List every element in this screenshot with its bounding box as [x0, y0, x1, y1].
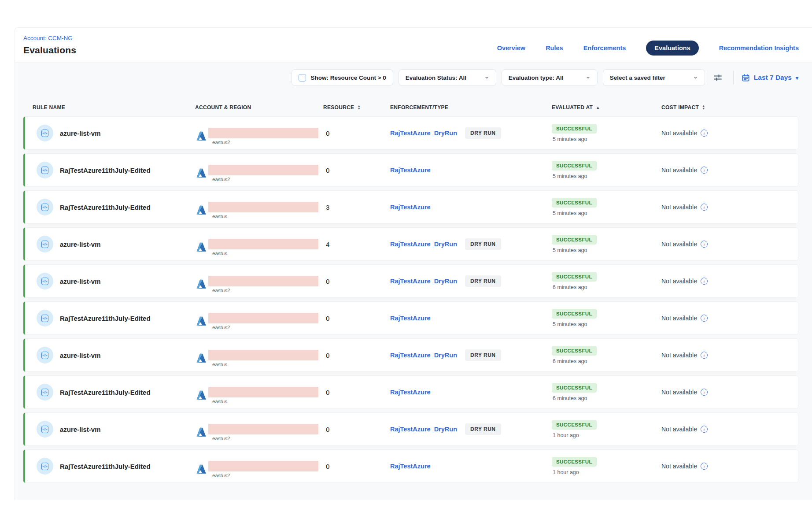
status-badge: SUCCESSFUL — [552, 161, 597, 171]
saved-filter-dropdown[interactable]: Select a saved filter ⌄ — [603, 69, 705, 86]
rule-code-icon: </> — [37, 199, 53, 215]
sort-icon[interactable]: ▲▼ — [357, 105, 361, 110]
resource-count-checkbox[interactable] — [299, 74, 306, 82]
resource-count: 0 — [326, 352, 329, 359]
cost-impact-value: Not available — [661, 278, 697, 285]
status-badge: SUCCESSFUL — [552, 420, 597, 430]
column-label: EVALUATED AT — [552, 104, 593, 111]
enforcement-link[interactable]: RajTestAzure — [390, 204, 431, 211]
cost-impact-value: Not available — [661, 241, 697, 248]
resource-count: 0 — [326, 278, 329, 285]
status-badge: SUCCESSFUL — [552, 457, 597, 467]
info-icon[interactable]: i — [701, 167, 708, 174]
evaluation-type-dropdown[interactable]: Evaluation type: All ⌄ — [502, 69, 598, 86]
enforcement-link[interactable]: RajTestAzure_DryRun — [390, 241, 457, 248]
redacted-account-name — [208, 350, 318, 360]
azure-icon — [195, 464, 207, 475]
rule-code-icon: </> — [37, 458, 53, 475]
enforcement-link[interactable]: RajTestAzure — [390, 315, 431, 322]
filter-settings-button[interactable] — [710, 71, 725, 84]
column-header-account-region: ACCOUNT & REGION — [195, 104, 323, 111]
status-badge: SUCCESSFUL — [552, 309, 597, 319]
resource-count: 3 — [326, 204, 329, 211]
rule-name: RajTestAzure11thJuly-Edited — [60, 204, 151, 211]
resource-count: 0 — [326, 463, 329, 470]
panel-body: Show: Resource Count > 0 Evaluation Stat… — [15, 63, 812, 500]
dry-run-badge: DRY RUN — [465, 349, 501, 361]
evaluation-row[interactable]: </> RajTestAzure11thJuly-Edited eastus2 … — [23, 449, 798, 483]
tab-overview[interactable]: Overview — [497, 45, 526, 52]
region-label: eastus — [212, 362, 318, 367]
redacted-account-name — [208, 387, 318, 397]
evaluated-time: 6 minutes ago — [553, 395, 587, 401]
evaluation-row[interactable]: </> azure-list-vm eastus2 0 RajTestAzure… — [23, 264, 798, 298]
evaluation-row[interactable]: </> RajTestAzure11thJuly-Edited eastus 0… — [23, 375, 798, 409]
evaluated-time: 5 minutes ago — [553, 321, 587, 327]
enforcement-link[interactable]: RajTestAzure_DryRun — [390, 278, 457, 285]
evaluation-row[interactable]: </> RajTestAzure11thJuly-Edited eastus 3… — [23, 190, 798, 224]
table-body: </> azure-list-vm eastus2 0 RajTestAzure… — [23, 116, 798, 483]
column-header-resource[interactable]: RESOURCE▲▼ — [323, 104, 390, 111]
azure-icon — [195, 352, 207, 364]
column-label: RULE NAME — [33, 104, 65, 111]
resource-count-filter[interactable]: Show: Resource Count > 0 — [292, 69, 393, 86]
resource-count: 0 — [326, 426, 329, 433]
evaluation-row[interactable]: </> azure-list-vm eastus 4 RajTestAzure_… — [23, 227, 798, 261]
evaluation-row[interactable]: </> RajTestAzure11thJuly-Edited eastus2 … — [23, 153, 798, 187]
azure-icon — [195, 390, 207, 401]
status-badge: SUCCESSFUL — [552, 383, 597, 393]
info-icon[interactable]: i — [701, 426, 708, 433]
account-cell: eastus2 — [208, 128, 318, 145]
tab-recommendation-insights[interactable]: Recommendation Insights — [719, 45, 799, 52]
column-header-rule-name: RULE NAME — [23, 104, 195, 111]
info-icon[interactable]: i — [701, 278, 708, 285]
info-icon[interactable]: i — [701, 130, 708, 137]
evaluation-row[interactable]: </> azure-list-vm eastus 0 RajTestAzure_… — [23, 338, 798, 372]
evaluated-time: 6 minutes ago — [553, 358, 587, 364]
enforcement-link[interactable]: RajTestAzure — [390, 463, 431, 470]
redacted-account-name — [208, 202, 318, 212]
redacted-account-name — [208, 461, 318, 471]
rule-code-icon: </> — [37, 162, 53, 178]
enforcement-link[interactable]: RajTestAzure — [390, 167, 431, 174]
azure-icon — [195, 130, 207, 142]
evaluation-row[interactable]: </> azure-list-vm eastus2 0 RajTestAzure… — [23, 412, 798, 446]
tab-rules[interactable]: Rules — [546, 45, 563, 52]
enforcement-link[interactable]: RajTestAzure_DryRun — [390, 130, 457, 137]
redacted-account-name — [208, 128, 318, 138]
info-icon[interactable]: i — [701, 315, 708, 322]
evaluation-row[interactable]: </> RajTestAzure11thJuly-Edited eastus2 … — [23, 301, 798, 335]
account-cell: eastus — [208, 387, 318, 404]
column-header-evaluated-at[interactable]: EVALUATED AT▲ — [550, 104, 660, 111]
tab-enforcements[interactable]: Enforcements — [583, 45, 626, 52]
enforcement-link[interactable]: RajTestAzure_DryRun — [390, 426, 457, 433]
info-icon[interactable]: i — [701, 463, 708, 470]
rule-code-icon: </> — [37, 421, 53, 438]
enforcement-link[interactable]: RajTestAzure — [390, 389, 431, 396]
cost-impact-value: Not available — [661, 315, 697, 322]
account-cell: eastus — [208, 202, 318, 219]
evaluation-row[interactable]: </> azure-list-vm eastus2 0 RajTestAzure… — [23, 116, 798, 150]
rule-name: azure-list-vm — [60, 130, 101, 137]
account-cell: eastus — [208, 350, 318, 367]
enforcement-link[interactable]: RajTestAzure_DryRun — [390, 352, 457, 359]
region-label: eastus2 — [212, 436, 318, 441]
info-icon[interactable]: i — [701, 204, 708, 211]
info-icon[interactable]: i — [701, 352, 708, 359]
evaluation-status-dropdown[interactable]: Evaluation Status: All ⌄ — [399, 69, 496, 86]
sort-asc-icon[interactable]: ▲ — [596, 105, 600, 110]
tab-evaluations[interactable]: Evaluations — [646, 41, 698, 56]
account-breadcrumb[interactable]: Account: CCM-NG — [23, 35, 73, 41]
azure-icon — [195, 315, 207, 327]
redacted-account-name — [208, 313, 318, 323]
azure-icon — [195, 278, 207, 290]
cost-impact-value: Not available — [661, 167, 697, 174]
info-icon[interactable]: i — [701, 241, 708, 248]
sort-icon[interactable]: ▲▼ — [702, 105, 705, 110]
cost-impact-value: Not available — [661, 426, 697, 433]
info-icon[interactable]: i — [701, 389, 708, 396]
region-label: eastus2 — [212, 473, 318, 478]
date-range-button[interactable]: Last 7 Days ▾ — [742, 74, 798, 82]
column-header-cost-impact[interactable]: COST IMPACT▲▼ — [660, 104, 798, 111]
divider — [733, 71, 734, 84]
